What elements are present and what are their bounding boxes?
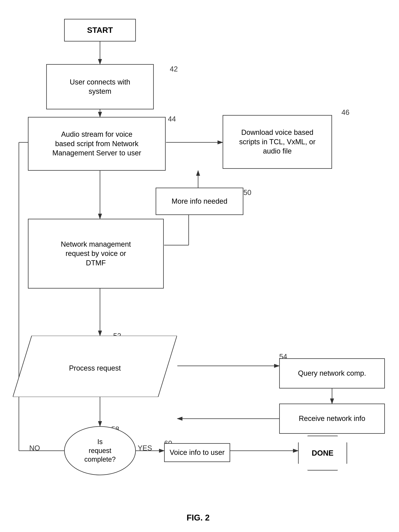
node-60-label: Voice info to user	[170, 448, 225, 457]
node-48-label: Network management request by voice or D…	[61, 240, 131, 268]
node-50: More info needed	[156, 188, 243, 215]
node-58: Is request complete?	[64, 426, 136, 475]
node-56: Receive network info	[279, 404, 385, 434]
ref-50: 50	[243, 189, 251, 197]
yes-label: YES	[138, 444, 152, 452]
done-node: DONE	[298, 436, 347, 470]
node-60: Voice info to user	[164, 443, 230, 462]
node-42: User connects with system	[46, 64, 154, 109]
no-label: NO	[29, 444, 40, 452]
node-44-label: Audio stream for voice based script from…	[52, 130, 141, 158]
node-46-label: Download voice based scripts in TCL, VxM…	[239, 128, 316, 156]
svg-text:Process request: Process request	[69, 364, 121, 372]
node-42-label: User connects with system	[70, 77, 130, 96]
node-54-label: Query network comp.	[298, 369, 366, 378]
fig-caption: FIG. 2	[151, 513, 245, 522]
ref-42: 42	[170, 65, 178, 73]
ref-46: 46	[341, 108, 349, 117]
node-44: Audio stream for voice based script from…	[28, 117, 166, 171]
start-label: START	[87, 26, 113, 35]
start-node: START	[64, 19, 136, 42]
ref-44: 44	[168, 115, 176, 123]
done-label: DONE	[312, 449, 334, 457]
node-46: Download voice based scripts in TCL, VxM…	[223, 115, 332, 169]
node-56-label: Receive network info	[299, 414, 365, 423]
node-54: Query network comp.	[279, 358, 385, 388]
node-58-label: Is request complete?	[84, 437, 116, 464]
diagram-container: START 42 User connects with system 44 Au…	[0, 0, 399, 532]
node-50-label: More info needed	[172, 197, 227, 206]
node-48: Network management request by voice or D…	[28, 219, 164, 289]
node-52-container: Process request	[13, 336, 177, 397]
